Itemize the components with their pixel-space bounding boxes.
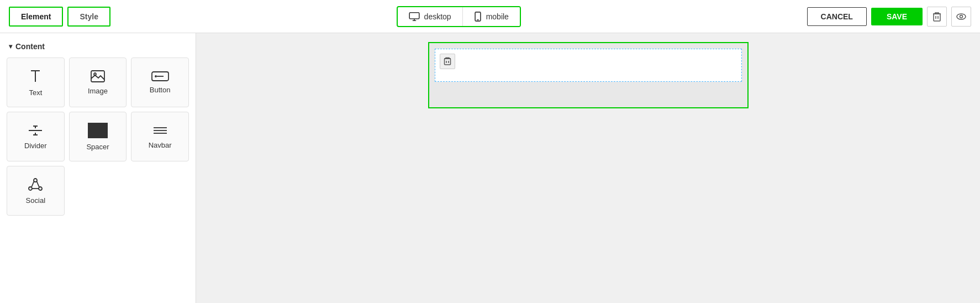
element-card-navbar[interactable]: Navbar	[131, 112, 189, 161]
canvas-row	[435, 49, 742, 82]
header-tabs: Element Style	[9, 7, 110, 27]
social-element-label: Social	[26, 196, 45, 205]
header-actions: CANCEL SAVE	[807, 7, 971, 27]
text-element-icon	[29, 69, 42, 84]
canvas-area	[196, 33, 980, 303]
desktop-icon	[409, 12, 420, 21]
svg-point-9	[960, 15, 962, 18]
text-element-label: Text	[29, 88, 42, 97]
svg-point-28	[39, 187, 42, 190]
element-card-text[interactable]: Text	[7, 58, 65, 107]
element-card-social[interactable]: Social	[7, 166, 65, 216]
navbar-element-label: Navbar	[149, 141, 172, 149]
main-layout: ▾ Content Text	[0, 33, 980, 303]
spacer-element-label: Spacer	[86, 143, 109, 151]
view-toggle-group: desktop mobile	[397, 6, 521, 27]
mobile-icon	[474, 12, 482, 22]
svg-point-27	[29, 187, 32, 190]
canvas-content	[428, 42, 749, 108]
cancel-button[interactable]: CANCEL	[807, 7, 867, 26]
mobile-view-button[interactable]: mobile	[462, 7, 520, 26]
content-section-header: ▾ Content	[0, 40, 196, 58]
eye-button[interactable]	[951, 7, 971, 27]
divider-element-icon	[28, 124, 43, 137]
element-card-spacer[interactable]: Spacer	[69, 112, 127, 161]
delete-button[interactable]	[927, 7, 947, 27]
button-element-label: Button	[150, 86, 171, 94]
element-card-image[interactable]: Image	[69, 58, 127, 107]
save-button[interactable]: SAVE	[871, 8, 923, 25]
svg-line-29	[31, 181, 34, 187]
desktop-view-button[interactable]: desktop	[398, 8, 462, 25]
eye-icon	[956, 13, 966, 20]
svg-line-30	[37, 181, 40, 187]
button-element-icon	[151, 71, 169, 81]
header: Element Style desktop mobile CANCEL SAVE	[0, 0, 980, 33]
elements-grid: Text Image	[0, 58, 196, 216]
trash-icon	[932, 12, 941, 22]
svg-rect-0	[409, 12, 419, 18]
element-tab[interactable]: Element	[9, 7, 63, 27]
desktop-label: desktop	[424, 12, 451, 21]
social-element-icon	[28, 177, 43, 192]
element-card-button[interactable]: Button	[131, 58, 189, 107]
image-element-icon	[91, 70, 105, 82]
style-tab[interactable]: Style	[67, 7, 110, 27]
image-element-label: Image	[88, 87, 108, 95]
mobile-label: mobile	[486, 12, 509, 21]
content-section-label: Content	[15, 42, 45, 51]
svg-point-17	[155, 76, 156, 77]
spacer-element-icon	[88, 123, 108, 138]
sidebar: ▾ Content Text	[0, 33, 196, 303]
chevron-down-icon: ▾	[9, 43, 12, 50]
svg-point-8	[957, 14, 966, 19]
row-delete-button[interactable]	[440, 54, 455, 69]
svg-rect-5	[934, 14, 940, 21]
divider-element-label: Divider	[24, 142, 46, 150]
navbar-element-icon	[152, 124, 168, 137]
svg-rect-32	[444, 59, 450, 65]
svg-point-26	[34, 179, 37, 182]
element-card-divider[interactable]: Divider	[7, 112, 65, 161]
